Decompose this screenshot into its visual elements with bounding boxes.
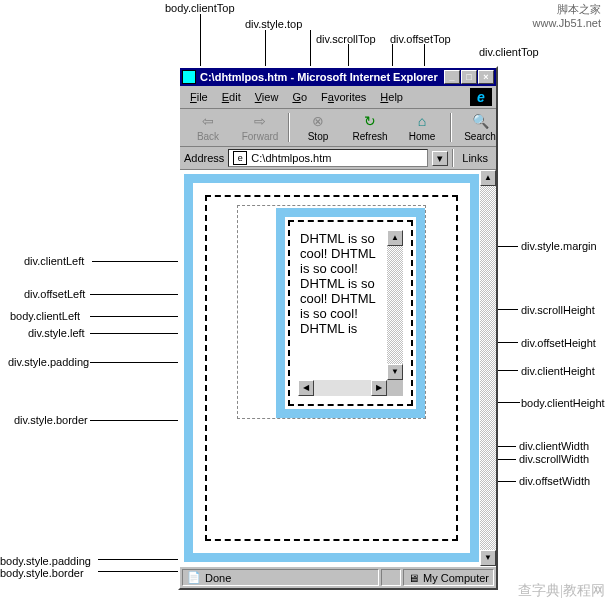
- refresh-icon: ↻: [344, 113, 396, 129]
- horizontal-scrollbar[interactable]: ◀ ▶: [298, 380, 387, 396]
- menu-view[interactable]: View: [249, 90, 285, 104]
- label-div-style-border: div.style.border: [14, 414, 88, 426]
- toolbar: ⇦ Back ⇨ Forward ⊗ Stop ↻ Refresh ⌂ Home…: [180, 109, 496, 147]
- menu-favorites[interactable]: Favorites: [315, 90, 372, 104]
- menu-go[interactable]: Go: [286, 90, 313, 104]
- watermark-line1: 脚本之家: [533, 2, 601, 17]
- address-value: C:\dhtmlpos.htm: [251, 152, 331, 164]
- minimize-button[interactable]: _: [444, 70, 460, 84]
- computer-icon: 🖥: [408, 572, 419, 584]
- status-zone: 🖥 My Computer: [403, 569, 494, 586]
- statusbar: 📄 Done 🖥 My Computer: [180, 566, 496, 588]
- page-icon: e: [233, 151, 247, 165]
- search-button[interactable]: 🔍 Search: [454, 111, 506, 144]
- label-div-scrollWidth: div.scrollWidth: [519, 453, 589, 465]
- label-div-clientTop: div.clientTop: [479, 46, 539, 58]
- label-body-style-border: body.style.border: [0, 567, 84, 579]
- label-div-clientWidth: div.clientWidth: [519, 440, 589, 452]
- done-icon: 📄: [187, 571, 201, 584]
- content-text: is so cool! DHTML is so cool! DHTML is s…: [300, 230, 385, 336]
- label-div-offsetLeft: div.offsetLeft: [24, 288, 85, 300]
- menu-file[interactable]: File: [184, 90, 214, 104]
- forward-arrow-icon: ⇨: [234, 113, 286, 129]
- menu-edit[interactable]: Edit: [216, 90, 247, 104]
- ie-logo: e: [470, 88, 492, 106]
- label-div-clientHeight: div.clientHeight: [521, 365, 595, 377]
- addressbar: Address e C:\dhtmlpos.htm ▾ Links: [180, 147, 496, 170]
- viewport-scroll-up[interactable]: ▲: [480, 170, 496, 186]
- vertical-scrollbar[interactable]: ▲ ▼: [387, 230, 403, 380]
- status-empty: [381, 569, 401, 586]
- menu-help[interactable]: Help: [374, 90, 409, 104]
- browser-window: C:\dhtmlpos.htm - Microsoft Internet Exp…: [178, 66, 498, 590]
- body-border: is so cool! DHTML is so cool! DHTML is s…: [184, 174, 479, 562]
- links-label[interactable]: Links: [458, 152, 492, 164]
- scroll-up-button[interactable]: ▲: [387, 230, 403, 246]
- status-done: 📄 Done: [182, 569, 379, 586]
- close-button[interactable]: ×: [478, 70, 494, 84]
- back-arrow-icon: ⇦: [182, 113, 234, 129]
- maximize-button[interactable]: □: [461, 70, 477, 84]
- label-body-clientLeft: body.clientLeft: [10, 310, 80, 322]
- body-padding: is so cool! DHTML is so cool! DHTML is s…: [205, 195, 458, 541]
- div-margin: is so cool! DHTML is so cool! DHTML is s…: [237, 205, 426, 419]
- watermark-block: 脚本之家 www.Jb51.net: [533, 2, 601, 29]
- forward-button[interactable]: ⇨ Forward: [234, 111, 286, 144]
- menubar: File Edit View Go Favorites Help e: [180, 86, 496, 109]
- bottom-watermark: 查字典|教程网: [518, 582, 605, 600]
- label-body-style-padding: body.style.padding: [0, 555, 91, 567]
- stop-button[interactable]: ⊗ Stop: [292, 111, 344, 144]
- window-controls: _ □ ×: [444, 70, 494, 84]
- scroll-down-button[interactable]: ▼: [387, 364, 403, 380]
- label-div-offsetTop: div.offsetTop: [390, 33, 451, 45]
- label-div-style-margin: div.style.margin: [521, 240, 597, 252]
- viewport-scroll-down[interactable]: ▼: [480, 550, 496, 566]
- label-body-clientTop: body.clientTop: [165, 2, 235, 14]
- label-div-offsetHeight: div.offsetHeight: [521, 337, 596, 349]
- titlebar[interactable]: C:\dhtmlpos.htm - Microsoft Internet Exp…: [180, 68, 496, 86]
- label-div-style-padding: div.style.padding: [8, 356, 89, 368]
- scroll-corner: [387, 380, 403, 396]
- address-dropdown[interactable]: ▾: [432, 151, 448, 166]
- address-label: Address: [184, 152, 224, 164]
- label-div-scrollTop: div.scrollTop: [316, 33, 376, 45]
- label-body-clientHeight: body.clientHeight: [521, 397, 605, 409]
- label-div-scrollHeight: div.scrollHeight: [521, 304, 595, 316]
- refresh-button[interactable]: ↻ Refresh: [344, 111, 396, 144]
- scroll-left-button[interactable]: ◀: [298, 380, 314, 396]
- stop-icon: ⊗: [292, 113, 344, 129]
- search-icon: 🔍: [454, 113, 506, 129]
- back-button[interactable]: ⇦ Back: [182, 111, 234, 144]
- label-div-style-left: div.style.left: [28, 327, 85, 339]
- viewport-scrollbar[interactable]: ▲ ▼: [480, 170, 496, 566]
- label-div-style-top: div.style.top: [245, 18, 302, 30]
- div-padding: is so cool! DHTML is so cool! DHTML is s…: [288, 220, 413, 406]
- ie-window-icon: [182, 70, 196, 84]
- home-button[interactable]: ⌂ Home: [396, 111, 448, 144]
- watermark-line2: www.Jb51.net: [533, 17, 601, 29]
- address-input[interactable]: e C:\dhtmlpos.htm: [228, 149, 428, 167]
- viewport: is so cool! DHTML is so cool! DHTML is s…: [180, 170, 496, 566]
- scroll-right-button[interactable]: ▶: [371, 380, 387, 396]
- home-icon: ⌂: [396, 113, 448, 129]
- window-title: C:\dhtmlpos.htm - Microsoft Internet Exp…: [200, 71, 444, 83]
- div-scroll-area: is so cool! DHTML is so cool! DHTML is s…: [298, 230, 403, 396]
- label-div-offsetWidth: div.offsetWidth: [519, 475, 590, 487]
- div-border: is so cool! DHTML is so cool! DHTML is s…: [276, 208, 425, 418]
- label-div-clientLeft: div.clientLeft: [24, 255, 84, 267]
